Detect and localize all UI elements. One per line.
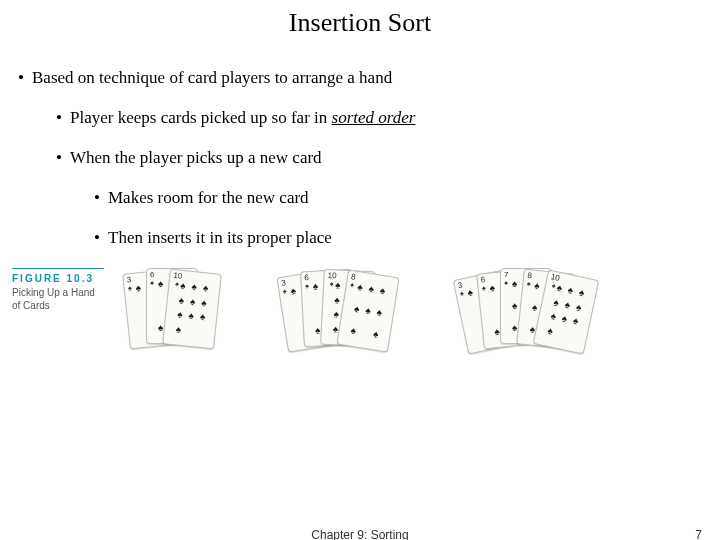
figure-caption: Picking Up a Hand of Cards bbox=[12, 286, 104, 312]
figure-number: FIGURE 10.3 bbox=[12, 268, 104, 284]
card-hands: 3♠♠♠♠6♠♠♠♠♠♠♠10♠♠♠♠♠♠♠♠♠♠♠3♠♠♠♠6♠♠♠♠♠♠♠1… bbox=[116, 268, 720, 358]
page-title: Insertion Sort bbox=[0, 8, 720, 38]
bullet-text: When the player picks up a new card bbox=[70, 148, 322, 167]
bullet-emphasis: sorted order bbox=[332, 108, 416, 127]
bullet-l2: •Player keeps cards picked up so far in … bbox=[0, 108, 720, 128]
bullet-text: Makes room for the new card bbox=[108, 188, 309, 207]
card-hand: 3♠♠♠♠6♠♠♠♠♠♠♠7♠♠♠♠♠♠♠♠8♠♠♠♠♠♠♠♠♠10♠♠♠♠♠♠… bbox=[460, 268, 600, 358]
playing-card: 10♠♠♠♠♠♠♠♠♠♠♠ bbox=[162, 268, 222, 349]
card-hand: 3♠♠♠♠6♠♠♠♠♠♠♠10♠♠♠♠♠♠♠♠♠♠♠ bbox=[126, 268, 222, 358]
bullet-l3: •Then inserts it in its proper place bbox=[0, 228, 720, 248]
bullet-text: Based on technique of card players to ar… bbox=[32, 68, 392, 87]
bullet-text: Player keeps cards picked up so far in bbox=[70, 108, 332, 127]
footer-page: 7 bbox=[695, 528, 702, 540]
figure-area: FIGURE 10.3 Picking Up a Hand of Cards 3… bbox=[0, 268, 720, 358]
card-hand: 3♠♠♠♠6♠♠♠♠♠♠♠10♠♠♠♠♠♠♠♠♠♠♠8♠♠♠♠♠♠♠♠♠ bbox=[282, 268, 400, 358]
figure-label: FIGURE 10.3 Picking Up a Hand of Cards bbox=[12, 268, 104, 312]
bullet-l3: •Makes room for the new card bbox=[0, 188, 720, 208]
playing-card: 8♠♠♠♠♠♠♠♠♠ bbox=[336, 269, 399, 352]
bullet-l1: •Based on technique of card players to a… bbox=[0, 68, 720, 88]
footer-chapter: Chapter 9: Sorting bbox=[311, 528, 408, 540]
bullet-l2: •When the player picks up a new card bbox=[0, 148, 720, 168]
bullet-text: Then inserts it in its proper place bbox=[108, 228, 332, 247]
